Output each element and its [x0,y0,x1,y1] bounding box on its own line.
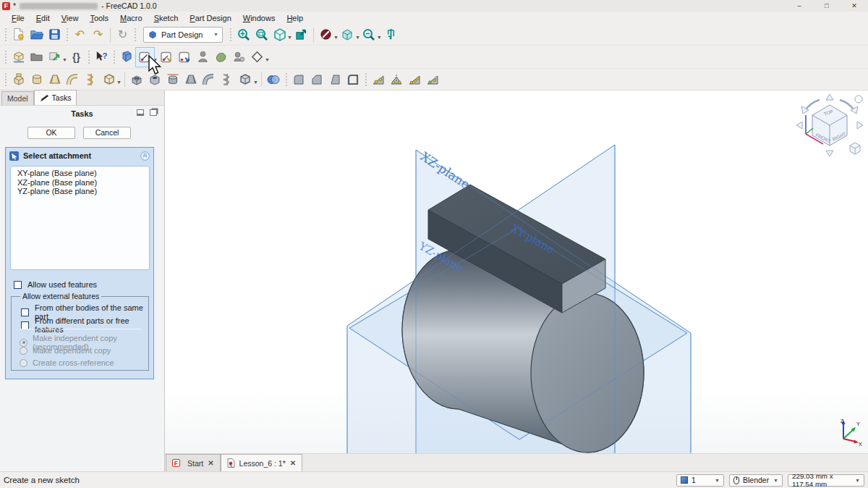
collapse-section-button[interactable] [140,151,150,161]
tab-start[interactable]: F Start ✕ [166,454,221,471]
multi-transform-button[interactable] [424,70,442,89]
zoom-fit-all-button[interactable] [234,25,252,44]
3d-viewport[interactable]: XZ-plane XY-plane YZ-plane TOP FRONT RIG… [165,91,868,453]
draw-style-button[interactable] [339,25,357,44]
create-datum-menu-button[interactable] [248,48,266,67]
toolbar-grip[interactable] [114,51,115,64]
clipping-plane-button[interactable] [317,25,335,44]
linear-pattern-button[interactable] [370,70,388,89]
additive-primitive-button[interactable] [100,70,118,89]
save-document-button[interactable] [46,25,64,44]
toolbar-grip[interactable] [5,28,7,41]
subtractive-pipe-icon [202,72,216,87]
list-item-xy-plane[interactable]: XY-plane (Base plane) [17,169,149,178]
map-sketch-to-face-button[interactable] [176,48,194,67]
thickness-button[interactable] [344,70,362,89]
toolbar-grip[interactable] [5,73,7,86]
nav-arrow-down[interactable] [826,151,833,156]
subtractive-helix-button[interactable] [218,70,237,89]
open-document-button[interactable] [27,25,46,44]
undo-button[interactable]: ↶ [71,25,89,44]
nav-arrow-left[interactable] [796,122,802,129]
boolean-operation-button[interactable] [265,70,283,89]
redo-button[interactable]: ↷ [89,25,107,44]
menu-windows[interactable]: Windows [237,13,281,23]
attachment-reference-list[interactable]: XY-plane (Base plane) XZ-plane (Base pla… [10,166,150,270]
toolbar-grip[interactable] [135,28,136,41]
navigation-style-selector[interactable]: Blender ▼ [729,474,783,487]
close-button[interactable]: ✕ [841,0,868,12]
whats-this-button[interactable]: ? [93,48,111,67]
create-group-button[interactable] [27,48,46,67]
zoom-out-button[interactable] [360,25,378,44]
subtractive-loft-button[interactable] [182,70,200,89]
subtractive-primitive-button[interactable] [237,70,255,89]
measure-button[interactable] [382,25,400,44]
zoom-selection-button[interactable] [252,25,271,44]
toolbar-grip[interactable] [365,73,367,86]
menu-file[interactable]: File [6,13,30,23]
nav-arrow-right[interactable] [857,122,863,129]
navigation-cube[interactable]: TOP FRONT RIGHT [796,93,864,159]
revolution-button[interactable] [27,70,46,89]
refresh-button[interactable]: ↻ [114,25,132,44]
additive-loft-button[interactable] [46,70,64,89]
toolbar-grip[interactable] [67,28,68,41]
additive-pipe-button[interactable] [64,70,82,89]
nav-arrow-up[interactable] [826,94,833,100]
subtractive-pipe-button[interactable] [200,70,218,89]
maximize-button[interactable]: □ [813,0,841,12]
menu-view[interactable]: View [56,13,85,23]
list-item-yz-plane[interactable]: YZ-plane (Base plane) [17,187,149,196]
create-datum-button[interactable] [194,48,212,67]
view-dimensions-selector[interactable]: 229.03 mm x 117.54 mm ▼ [788,474,864,487]
expression-editor-button[interactable]: {} [67,48,85,67]
ok-button[interactable]: OK [27,127,75,139]
toolbar-grip[interactable] [230,28,231,41]
mirrored-button[interactable] [388,70,406,89]
menu-sketch[interactable]: Sketch [148,13,184,23]
sync-view-button[interactable] [292,25,310,44]
isometric-view-button[interactable] [271,25,289,44]
cylinder-front-cap[interactable] [531,293,644,453]
create-part-button[interactable] [9,48,27,67]
draft-button[interactable] [326,70,344,89]
float-panel-icon[interactable] [150,109,157,116]
active-layer-selector[interactable]: 1 ▼ [676,474,724,487]
menu-tools[interactable]: Tools [84,13,114,23]
list-item-xz-plane[interactable]: XZ-plane (Base plane) [17,178,149,188]
chamfer-button[interactable] [308,70,326,89]
toolbar-grip[interactable] [286,73,287,86]
close-tab-icon[interactable]: ✕ [208,459,213,467]
groove-button[interactable] [164,70,182,89]
workbench-selector[interactable]: Part Design ▼ [143,27,223,43]
tab-model[interactable]: Model [1,91,34,105]
pad-button[interactable] [9,70,27,89]
shape-binder-button[interactable] [230,48,248,67]
allow-used-features-checkbox[interactable] [14,281,22,289]
cancel-button[interactable]: Cancel [83,127,131,139]
create-body-button[interactable] [118,48,136,67]
toolbar-grip[interactable] [5,51,7,64]
from-different-parts-checkbox[interactable] [21,321,29,329]
menu-help[interactable]: Help [281,13,309,23]
allow-external-features-legend: Allow external features [20,292,101,300]
menu-edit[interactable]: Edit [30,13,56,23]
new-document-button[interactable] [9,25,27,44]
from-other-bodies-checkbox[interactable] [21,308,29,316]
toolbar-grip[interactable] [88,51,90,64]
close-tab-icon[interactable]: ✕ [290,459,296,467]
tab-tasks[interactable]: Tasks [34,90,77,105]
make-link-button[interactable] [46,48,64,67]
dock-panel-icon[interactable] [137,109,144,116]
menu-part-design[interactable]: Part Design [184,13,237,23]
additive-helix-button[interactable] [82,70,100,89]
menu-macro[interactable]: Macro [114,13,148,23]
fillet-button[interactable] [290,70,308,89]
minimize-button[interactable]: – [786,0,813,12]
pocket-button[interactable] [128,70,146,89]
polar-pattern-button[interactable] [406,70,424,89]
nav-circle-button[interactable] [855,96,862,103]
tab-lesson[interactable]: Lesson_6 : 1* ✕ [221,454,303,471]
create-clone-button[interactable] [212,48,230,67]
